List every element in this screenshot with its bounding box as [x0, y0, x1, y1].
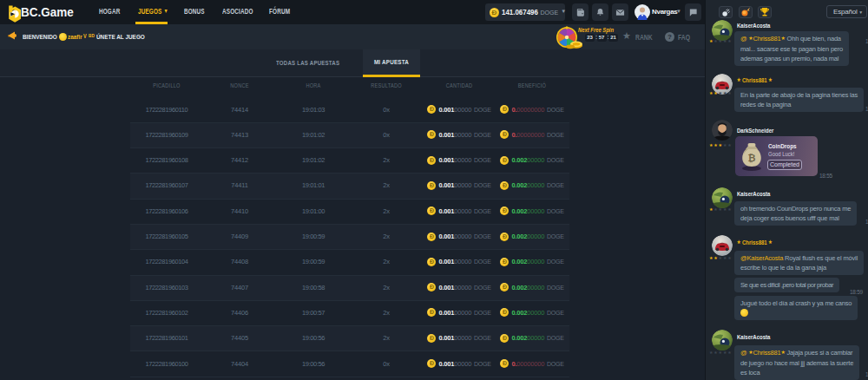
svg-text:₿: ₿: [748, 153, 756, 163]
